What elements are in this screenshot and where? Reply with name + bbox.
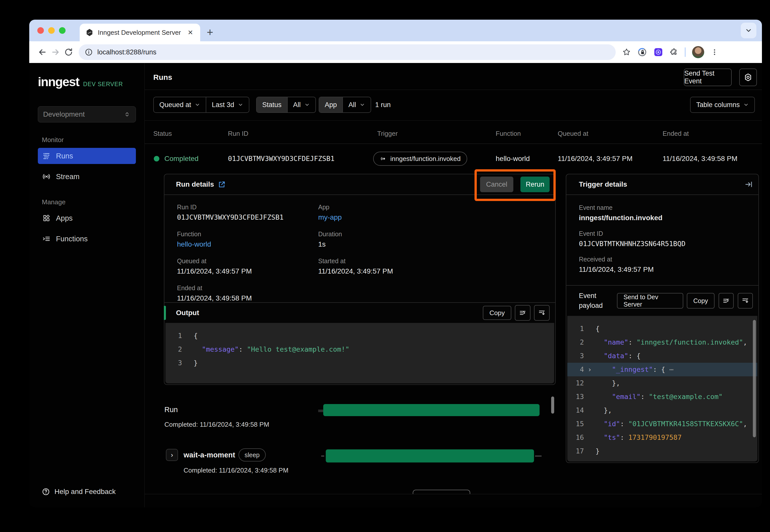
- duration-value: 1s: [318, 240, 555, 248]
- cancel-button[interactable]: Cancel: [480, 177, 513, 192]
- row-function: hello-world: [496, 155, 530, 163]
- collapse-panel-icon[interactable]: [745, 180, 753, 188]
- column-header-queued[interactable]: Queued at: [558, 130, 588, 138]
- help-and-feedback[interactable]: Help and Feedback: [42, 488, 116, 496]
- rerun-button[interactable]: Rerun: [520, 177, 549, 192]
- site-info-icon[interactable]: [85, 48, 93, 56]
- payload-scrollbar-thumb[interactable]: [753, 320, 756, 437]
- chevron-down-icon: [304, 102, 310, 108]
- profile-avatar[interactable]: [692, 46, 704, 58]
- url-bar[interactable]: localhost:8288/runs: [79, 44, 616, 60]
- word-wrap-icon[interactable]: [515, 305, 530, 321]
- payload-copy-button[interactable]: Copy: [687, 293, 715, 309]
- send-to-dev-server-button[interactable]: Send to Dev Server: [617, 293, 683, 309]
- settings-button[interactable]: [739, 69, 757, 86]
- queued-at-filter[interactable]: Queued at: [154, 97, 206, 112]
- row-run-id[interactable]: 01JCVBTMV3WXY9D3CFDEJFZSB1: [228, 155, 335, 162]
- time-filter-group: Queued at Last 3d: [153, 97, 249, 113]
- send-to-dev-server-label: Send to Dev Server: [624, 293, 677, 308]
- payload-expand-lines-icon[interactable]: [738, 293, 753, 309]
- runs-list-icon: [42, 152, 50, 160]
- app-label: App: [325, 101, 337, 109]
- back-button[interactable]: [36, 46, 49, 59]
- sidebar-item-runs[interactable]: Runs: [38, 148, 136, 164]
- maximize-window-button[interactable]: [59, 27, 65, 34]
- code-line: 12 },: [567, 376, 757, 390]
- tab-close-icon[interactable]: ✕: [186, 29, 195, 37]
- code-line: 17}: [567, 444, 757, 458]
- timeline-scrollbar-thumb[interactable]: [551, 396, 554, 414]
- chevron-down-icon: [195, 102, 200, 108]
- output-header: Output Copy: [164, 302, 555, 323]
- sidebar-item-label: Runs: [56, 152, 73, 160]
- field-started-at: Started at 11/16/2024, 3:49:57 PM: [318, 257, 555, 275]
- minimize-window-button[interactable]: [48, 27, 55, 34]
- tab-search-chevron-icon[interactable]: [741, 23, 756, 38]
- expand-lines-icon[interactable]: [534, 305, 549, 321]
- event-name-label: Event name: [579, 204, 746, 211]
- column-header-trigger[interactable]: Trigger: [377, 130, 398, 138]
- column-header-run-id[interactable]: Run ID: [228, 130, 248, 138]
- code-line: 1{: [567, 322, 757, 336]
- row-trigger-name: inngest/function.invoked: [390, 155, 461, 163]
- event-broadcast-icon: [380, 155, 387, 162]
- chevron-down-icon: [360, 102, 365, 108]
- received-at-label: Received at: [579, 256, 746, 263]
- filter-divider: [145, 120, 762, 121]
- code-line: 2 "name": "inngest/function.invoked",: [567, 336, 757, 349]
- field-function: Function hello-world: [177, 230, 318, 248]
- forward-button[interactable]: [49, 46, 62, 59]
- new-tab-button[interactable]: +: [207, 27, 213, 38]
- load-more-button-clipped[interactable]: [413, 490, 470, 494]
- row-trigger-pill[interactable]: inngest/function.invoked: [373, 152, 467, 166]
- bookmark-star-icon[interactable]: [622, 48, 631, 56]
- payload-word-wrap-icon[interactable]: [719, 293, 734, 309]
- functions-icon: [42, 235, 50, 243]
- favicon-hexagon-icon: [85, 28, 94, 37]
- sidebar-item-functions[interactable]: Functions: [38, 231, 136, 247]
- environment-selector-value: Development: [43, 110, 85, 118]
- app-link[interactable]: my-app: [318, 213, 555, 221]
- column-header-ended[interactable]: Ended at: [663, 130, 689, 138]
- password-manager-icon[interactable]: [637, 47, 647, 57]
- column-header-status[interactable]: Status: [153, 130, 172, 138]
- sidebar-item-apps[interactable]: Apps: [38, 210, 136, 226]
- app-filter-label: App: [319, 97, 342, 112]
- table-columns-button[interactable]: Table columns: [690, 97, 755, 113]
- environment-selector[interactable]: Development: [38, 106, 136, 122]
- browser-tab[interactable]: Inngest Development Server ✕: [80, 24, 200, 41]
- reload-button[interactable]: [62, 46, 75, 59]
- ended-at-value: 11/16/2024, 3:49:58 PM: [177, 294, 318, 302]
- dev-server-badge: DEV SERVER: [83, 81, 123, 88]
- field-duration: Duration 1s: [318, 230, 555, 248]
- tab-strip: Inngest Development Server ✕ +: [29, 20, 762, 41]
- header-divider: [145, 90, 762, 90]
- event-payload-code-block[interactable]: 1{2 "name": "inngest/function.invoked",3…: [567, 316, 757, 461]
- extension-app-icon[interactable]: [654, 47, 663, 57]
- run-timeline-bar[interactable]: [323, 404, 539, 416]
- time-range-filter[interactable]: Last 3d: [206, 97, 249, 112]
- function-link[interactable]: hello-world: [177, 240, 318, 248]
- help-icon: [42, 488, 50, 496]
- extensions-puzzle-icon[interactable]: [670, 48, 678, 56]
- duration-label: Duration: [318, 230, 555, 238]
- send-test-event-button[interactable]: Send Test Event: [684, 69, 732, 86]
- status-filter-value[interactable]: All: [287, 97, 315, 112]
- status-dot-completed: [154, 156, 159, 161]
- step-completed: Completed: 11/16/2024, 3:49:58 PM: [183, 467, 289, 474]
- output-copy-button[interactable]: Copy: [483, 306, 511, 320]
- external-link-icon[interactable]: [218, 181, 226, 188]
- output-code-block[interactable]: 1{2 "message": "Hello test@example.com!"…: [165, 323, 554, 383]
- sidebar-item-stream[interactable]: Stream: [38, 169, 136, 185]
- close-window-button[interactable]: [37, 27, 44, 34]
- step-timeline-bar[interactable]: [326, 449, 534, 462]
- step-expand-chevron[interactable]: ›: [166, 449, 178, 461]
- row-queued-at: 11/16/2024, 3:49:57 PM: [558, 155, 633, 163]
- column-header-function[interactable]: Function: [496, 130, 521, 138]
- chevron-down-icon: [743, 102, 749, 108]
- app-filter-value[interactable]: All: [342, 97, 371, 112]
- timeline-run-completed: Completed: 11/16/2024, 3:49:58 PM: [164, 421, 269, 428]
- code-line: 2 "message": "Hello test@example.com!": [165, 343, 554, 356]
- trigger-details-header: Trigger details: [566, 174, 758, 195]
- menu-kebab-icon[interactable]: [711, 48, 718, 56]
